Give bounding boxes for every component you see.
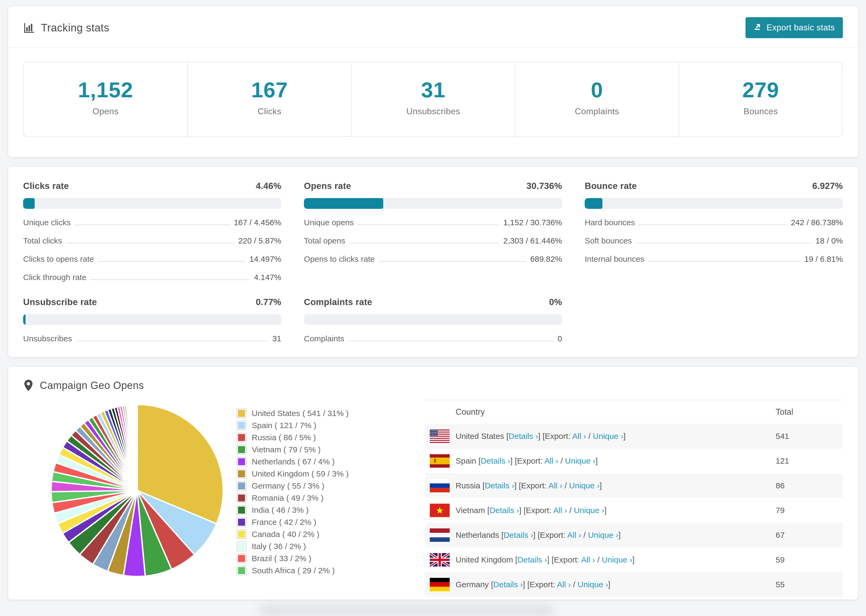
map-pin-icon	[23, 379, 34, 391]
legend-swatch	[237, 481, 246, 491]
export-all-link[interactable]: All ›	[557, 580, 571, 589]
summary-stats-row: 1,152Opens167Clicks31Unsubscribes0Compla…	[23, 62, 843, 137]
details-link[interactable]: Details ›	[490, 506, 519, 515]
legend-swatch	[237, 517, 246, 527]
legend-label: South Africa ( 29 / 2% )	[252, 566, 335, 575]
dotted-leader	[75, 225, 230, 225]
details-link[interactable]: Details ›	[493, 580, 523, 589]
legend-swatch	[237, 493, 246, 503]
rate-stat-value: 220 / 5.87%	[238, 236, 281, 245]
table-row-nl: Netherlands [Details ›] [Export: All › /…	[425, 523, 843, 547]
rate-stat-row: Unique clicks167 / 4.456%	[23, 218, 281, 227]
total-cell: 55	[776, 580, 843, 589]
country-column-header: Country	[425, 407, 776, 417]
details-link[interactable]: Details ›	[485, 481, 514, 490]
rate-stat-value: 18 / 0%	[816, 236, 843, 245]
rate-stat-row: Soft bounces18 / 0%	[585, 236, 843, 245]
slash-text: /	[595, 555, 602, 564]
rate-stat-row: Hard bounces242 / 86.738%	[585, 218, 843, 227]
export-all-link[interactable]: All ›	[581, 555, 595, 564]
geo-pie-chart[interactable]	[8, 398, 237, 580]
rate-stat-label: Clicks to opens rate	[23, 255, 94, 264]
export-all-link[interactable]: All ›	[572, 432, 586, 440]
legend-swatch	[237, 530, 246, 539]
details-link[interactable]: Details ›	[518, 555, 547, 564]
dotted-leader	[98, 261, 245, 262]
bar-chart-icon	[23, 22, 36, 34]
rate-block-bounce-rate: Bounce rate6.927%Hard bounces242 / 86.73…	[585, 181, 843, 282]
dotted-leader	[76, 341, 268, 341]
tracking-stats-card: Tracking stats Export basic stats 1,152O…	[8, 6, 858, 157]
legend-item: Spain ( 121 / 7% )	[237, 419, 425, 431]
export-unique-link[interactable]: Unique ›	[569, 481, 600, 490]
rate-stat-row: Complaints0	[304, 334, 562, 343]
progress-bar	[23, 198, 281, 209]
rate-stat-label: Opens to clicks rate	[304, 255, 375, 264]
country-name: Germany	[456, 580, 489, 589]
rate-title: Bounce rate	[585, 181, 637, 191]
geo-table: Country Total United States [Details ›] …	[425, 400, 843, 597]
export-unique-link[interactable]: Unique ›	[578, 580, 608, 589]
details-link[interactable]: Details ›	[480, 456, 510, 465]
rate-head: Bounce rate6.927%	[585, 181, 843, 191]
export-unique-link[interactable]: Unique ›	[593, 432, 623, 440]
geo-title: Campaign Geo Opens	[40, 380, 144, 391]
bracket-text: [	[499, 531, 504, 539]
country-name: Netherlands	[456, 531, 499, 539]
export-unique-link[interactable]: Unique ›	[602, 555, 632, 564]
legend-swatch	[237, 554, 246, 563]
rate-stat-label: Unique opens	[304, 218, 354, 227]
legend-item: Vietnam ( 79 / 5% )	[237, 443, 425, 456]
export-unique-link[interactable]: Unique ›	[588, 531, 618, 539]
rate-value: 0%	[549, 297, 562, 307]
rate-stat-row: Click through rate4.147%	[23, 273, 281, 282]
export-all-link[interactable]: All ›	[544, 456, 558, 465]
legend-label: Russia ( 86 / 5% )	[252, 433, 316, 442]
campaign-geo-opens-card: Campaign Geo Opens United States ( 541 /…	[8, 367, 858, 600]
rate-stat-label: Click through rate	[23, 273, 86, 282]
progress-bar-fill	[585, 198, 602, 209]
details-link[interactable]: Details ›	[509, 432, 538, 440]
total-cell: 541	[776, 432, 843, 441]
stat-value: 31	[352, 78, 515, 102]
rate-stat-row: Opens to clicks rate689.82%	[304, 255, 562, 264]
stat-label: Unsubscribes	[352, 107, 515, 116]
summary-stat-unsubscribes: 31Unsubscribes	[351, 62, 515, 136]
export-unique-link[interactable]: Unique ›	[574, 506, 604, 515]
legend-label: Germany ( 55 / 3% )	[252, 481, 324, 490]
table-row-us: United States [Details ›] [Export: All ›…	[425, 424, 843, 449]
rate-stat-value: 2,303 / 61.446%	[503, 236, 562, 245]
legend-swatch	[237, 566, 246, 575]
rates-card: Clicks rate4.46%Unique clicks167 / 4.456…	[8, 167, 858, 357]
export-all-link[interactable]: All ›	[553, 506, 567, 515]
export-all-link[interactable]: All ›	[548, 481, 562, 490]
legend-label: France ( 42 / 2% )	[252, 518, 316, 527]
country-cell: Netherlands [Details ›] [Export: All › /…	[456, 531, 776, 540]
export-unique-link[interactable]: Unique ›	[565, 456, 595, 465]
country-cell: United Kingdom [Details ›] [Export: All …	[456, 555, 776, 564]
legend-item: Brazil ( 33 / 2% )	[237, 552, 425, 564]
bracket-text: ] [	[523, 580, 529, 589]
rate-head: Unsubscribe rate0.77%	[23, 297, 281, 307]
export-all-link[interactable]: All ›	[567, 531, 581, 539]
rate-head: Complaints rate0%	[304, 297, 562, 307]
legend-swatch	[237, 433, 246, 442]
rate-stat-label: Unique clicks	[23, 218, 71, 227]
export-icon	[754, 22, 763, 33]
bracket-text: ] [	[510, 456, 517, 465]
table-row-ru: Russia [Details ›] [Export: All › / Uniq…	[425, 473, 843, 498]
bracket-text: ]	[600, 481, 601, 490]
export-basic-stats-button[interactable]: Export basic stats	[746, 17, 843, 38]
rate-stat-row: Unsubscribes31	[23, 334, 281, 343]
rate-stat-row: Clicks to opens rate14.497%	[23, 255, 281, 264]
export-prefix: Export:	[529, 580, 557, 589]
geo-body: United States ( 541 / 31% )Spain ( 121 /…	[8, 398, 858, 597]
details-link[interactable]: Details ›	[504, 531, 533, 539]
slash-text: /	[586, 432, 593, 440]
legend-item: United States ( 541 / 31% )	[237, 407, 425, 419]
stat-value: 167	[188, 78, 351, 102]
legend-label: Canada ( 40 / 2% )	[252, 530, 320, 539]
rate-block-clicks-rate: Clicks rate4.46%Unique clicks167 / 4.456…	[23, 181, 281, 282]
rate-stat-row: Total clicks220 / 5.87%	[23, 236, 281, 245]
slash-text: /	[567, 506, 574, 515]
